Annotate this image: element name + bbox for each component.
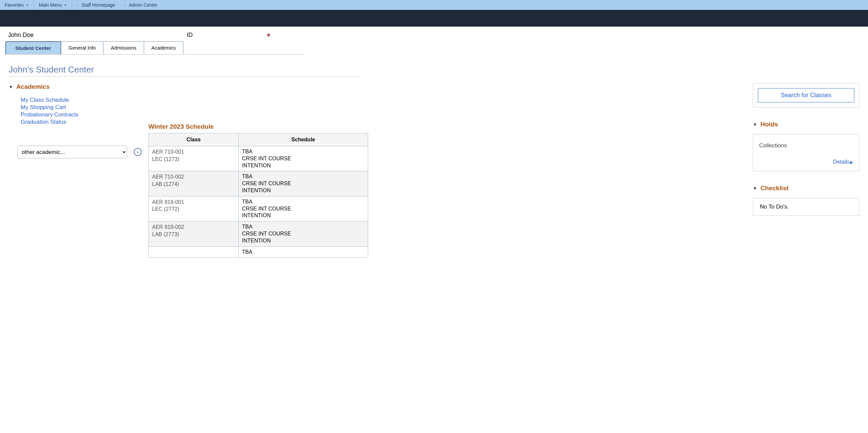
tab-general-info[interactable]: General Info bbox=[61, 41, 104, 54]
link-probationary[interactable]: Probationary Contracts bbox=[21, 111, 149, 119]
table-row: AER 710-002LAB (1274)TBACRSE INT COURSEI… bbox=[149, 171, 368, 196]
search-panel: Search for Classes bbox=[753, 83, 859, 107]
tab-student-center[interactable]: Student Center bbox=[5, 41, 61, 54]
schedule-cell: TBACRSE INT COURSEINTENTION bbox=[239, 196, 368, 221]
search-for-classes-button[interactable]: Search for Classes bbox=[758, 88, 855, 102]
class-cell: AER 710-002LAB (1274) bbox=[149, 171, 239, 196]
identity-row: John Doe ID ★ bbox=[0, 27, 868, 41]
tab-label: Admissions bbox=[111, 45, 136, 51]
breadcrumb-label: Admin Center bbox=[129, 2, 158, 8]
chevron-right-icon: › bbox=[77, 3, 78, 7]
academics-section-title: Academics bbox=[16, 83, 50, 91]
main-menu-label: Main Menu bbox=[39, 2, 62, 8]
table-row: AER 818-002LAB (2773)TBACRSE INT COURSEI… bbox=[149, 222, 368, 246]
holds-section-title: Holds bbox=[761, 121, 778, 128]
schedule-title: Winter 2023 Schedule bbox=[149, 123, 368, 130]
triangle-down-icon: ▼ bbox=[753, 122, 757, 127]
academics-links: My Class Schedule My Shopping Cart Proba… bbox=[21, 96, 149, 126]
details-link[interactable]: Details▶ bbox=[833, 159, 853, 165]
tab-admissions[interactable]: Admissions bbox=[103, 41, 144, 54]
schedule-cell: TBACRSE INT COURSEINTENTION bbox=[239, 146, 368, 171]
schedule-cell: TBACRSE INT COURSEINTENTION bbox=[239, 171, 368, 196]
link-graduation[interactable]: Graduation Status bbox=[21, 119, 149, 126]
table-row: AER 818-001LEC (2772)TBACRSE INT COURSEI… bbox=[149, 196, 368, 221]
chevron-right-icon: › bbox=[124, 3, 126, 7]
class-cell: AER 818-002LAB (2773) bbox=[149, 222, 239, 246]
main-menu[interactable]: Main Menu ▼ bbox=[34, 0, 72, 10]
id-label: ID bbox=[187, 32, 193, 39]
tab-label: General Info bbox=[68, 45, 96, 51]
table-row: TBA bbox=[149, 246, 368, 258]
tab-strip: Student Center General Info Admissions A… bbox=[5, 41, 305, 55]
breadcrumb-admin-center[interactable]: › Admin Center bbox=[120, 0, 162, 10]
details-label: Details bbox=[833, 159, 849, 165]
class-cell: AER 818-001LEC (2772) bbox=[149, 196, 239, 221]
holds-section-toggle[interactable]: ▼ Holds bbox=[753, 121, 859, 128]
student-name: John Doe bbox=[8, 32, 34, 39]
favorites-menu[interactable]: Favorites ▼ bbox=[0, 0, 34, 10]
favorites-label: Favorites bbox=[5, 2, 24, 8]
breadcrumb-label: Staff Homepage bbox=[82, 2, 115, 8]
breadcrumb-bar: Favorites ▼ Main Menu ▼ › Staff Homepage… bbox=[0, 0, 868, 10]
academics-section-toggle[interactable]: ▼ Academics bbox=[9, 83, 149, 91]
schedule-cell: TBACRSE INT COURSEINTENTION bbox=[239, 222, 368, 246]
schedule-table: Class Schedule AER 710-001LEC (1273)TBAC… bbox=[149, 133, 368, 258]
star-icon[interactable]: ★ bbox=[266, 31, 271, 39]
class-cell: AER 710-001LEC (1273) bbox=[149, 146, 239, 171]
checklist-section-title: Checklist bbox=[761, 185, 788, 192]
go-icon[interactable]: » bbox=[134, 148, 142, 156]
triangle-down-icon: ▼ bbox=[753, 186, 757, 191]
breadcrumb-staff-homepage[interactable]: › Staff Homepage bbox=[72, 0, 120, 10]
col-header-schedule: Schedule bbox=[239, 133, 368, 146]
holds-text: Collections bbox=[759, 142, 853, 149]
checklist-panel: No To Do's. bbox=[753, 198, 859, 216]
tab-label: Student Center bbox=[15, 45, 51, 51]
table-row: AER 710-001LEC (1273)TBACRSE INT COURSEI… bbox=[149, 146, 368, 171]
caret-down-icon: ▼ bbox=[64, 3, 67, 7]
link-shopping-cart[interactable]: My Shopping Cart bbox=[21, 104, 149, 111]
checklist-section-toggle[interactable]: ▼ Checklist bbox=[753, 185, 859, 192]
checklist-text: No To Do's. bbox=[760, 203, 852, 210]
page-title: John's Student Center bbox=[9, 65, 868, 75]
triangle-down-icon: ▼ bbox=[9, 85, 13, 90]
holds-panel: Collections Details▶ bbox=[753, 134, 859, 171]
schedule-cell: TBA bbox=[239, 246, 368, 258]
col-header-class: Class bbox=[149, 133, 239, 146]
other-academic-select[interactable]: other academic... bbox=[17, 146, 127, 158]
tab-label: Academics bbox=[151, 45, 176, 51]
triangle-right-icon: ▶ bbox=[850, 160, 853, 165]
header-banner bbox=[0, 10, 868, 27]
class-cell bbox=[149, 246, 239, 258]
tab-academics[interactable]: Academics bbox=[144, 41, 183, 54]
link-class-schedule[interactable]: My Class Schedule bbox=[21, 96, 149, 104]
caret-down-icon: ▼ bbox=[26, 3, 29, 7]
